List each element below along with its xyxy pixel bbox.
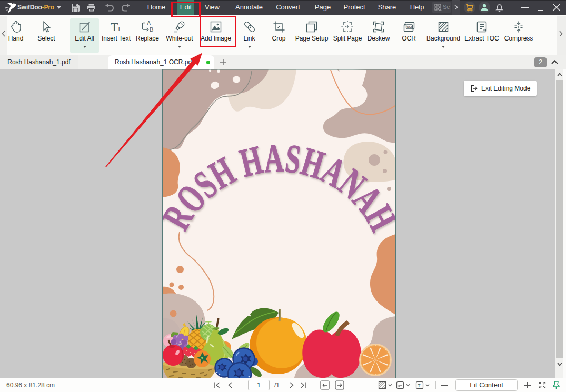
svg-text:I: I: [118, 25, 120, 33]
svg-text:A: A: [147, 20, 151, 26]
svg-text:T: T: [111, 20, 118, 34]
svg-text:OCR: OCR: [406, 25, 413, 28]
svg-text:B: B: [150, 26, 153, 33]
svg-text:T.: T.: [418, 383, 421, 388]
